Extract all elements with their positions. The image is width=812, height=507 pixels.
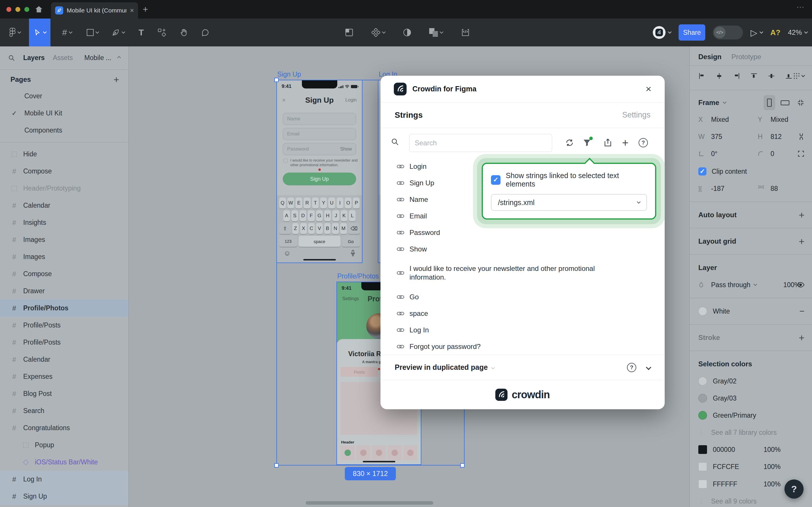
align-left-icon[interactable]	[698, 72, 705, 79]
vertical-gap-value[interactable]: 88	[770, 185, 778, 192]
dialog-close-icon[interactable]	[645, 83, 651, 95]
filter-button[interactable]	[580, 134, 594, 152]
string-row[interactable]: I would like to receive your newsletter …	[381, 257, 665, 289]
shrink-to-fit-icon[interactable]	[797, 99, 805, 106]
linked-strings-checkbox[interactable]	[491, 175, 501, 185]
text-tool-button[interactable]	[134, 18, 149, 46]
selection-color-hex[interactable]: FCFCFE 100%	[698, 460, 806, 474]
home-button[interactable]	[33, 3, 45, 15]
add-string-button[interactable]	[618, 134, 632, 152]
file-menu[interactable]: Mobile ...	[84, 54, 111, 62]
layer-row[interactable]: Insights	[0, 214, 128, 231]
tab-assets[interactable]: Assets	[53, 54, 73, 62]
boolean-groups-button[interactable]	[429, 28, 443, 37]
string-row[interactable]: Log In	[381, 322, 665, 338]
component-view-button[interactable]	[371, 28, 385, 37]
remove-fill-button[interactable]	[799, 306, 805, 316]
strings-file-select[interactable]: /strings.xml	[491, 194, 647, 211]
selection-handle[interactable]	[274, 78, 279, 82]
layer-row[interactable]: Sign Up	[0, 488, 128, 505]
frame-section-title[interactable]: Frame	[698, 99, 719, 107]
layer-row[interactable]: Compose	[0, 265, 128, 282]
tab-close-icon[interactable]	[130, 6, 134, 14]
corner-radius-value[interactable]: 0	[770, 150, 774, 158]
string-row[interactable]: space	[381, 305, 665, 322]
selection-color-hex[interactable]: 000000 100%	[698, 443, 806, 456]
document-tab[interactable]: Mobile UI kit (Community)	[51, 2, 138, 18]
close-window-icon[interactable]	[6, 7, 11, 12]
width-value[interactable]: 375	[711, 133, 722, 141]
resources-button[interactable]	[154, 18, 170, 46]
zoom-menu[interactable]: 42%	[788, 29, 807, 37]
string-row[interactable]: Show	[381, 241, 665, 257]
search-icon[interactable]	[8, 55, 15, 61]
pen-tool-button[interactable]	[108, 18, 128, 46]
mask-icon[interactable]	[403, 29, 411, 36]
string-row[interactable]: Password	[381, 224, 665, 241]
minimize-window-icon[interactable]	[15, 7, 20, 12]
frame-label-profile-photos[interactable]: Profile/Photos	[337, 272, 379, 280]
layer-row[interactable]: Profile/Posts	[0, 317, 128, 334]
present-hint[interactable]: A?	[770, 28, 780, 37]
fill-name[interactable]: White	[713, 307, 730, 315]
preview-help-icon[interactable]	[627, 363, 636, 372]
layer-row[interactable]: Expenses	[0, 368, 128, 385]
help-fab[interactable]: ?	[785, 480, 804, 499]
layer-row[interactable]: Blog Post	[0, 385, 128, 402]
align-bottom-icon[interactable]	[785, 72, 792, 79]
frame-tool-button[interactable]	[57, 18, 77, 46]
add-page-button[interactable]	[113, 74, 119, 85]
constrain-proportions-icon[interactable]	[798, 133, 805, 140]
fill-swatch[interactable]	[698, 307, 707, 316]
align-right-icon[interactable]	[733, 72, 740, 79]
layer-row[interactable]: Drawer	[0, 282, 128, 300]
layer-row[interactable]: Profile/Posts	[0, 334, 128, 351]
tab-prototype[interactable]: Prototype	[732, 53, 761, 61]
collapse-section-icon[interactable]	[646, 364, 651, 370]
sync-button[interactable]	[563, 134, 577, 152]
tab-strings[interactable]: Strings	[395, 111, 422, 120]
string-row[interactable]: Go	[381, 289, 665, 305]
share-button[interactable]: Share	[679, 24, 705, 41]
comment-tool-button[interactable]	[197, 18, 214, 46]
layer-row[interactable]: Header/Prototyping	[0, 180, 128, 197]
string-row[interactable]: Forgot your password?	[381, 338, 665, 355]
selection-color-item[interactable]: Green/Primary	[698, 408, 806, 422]
layer-row[interactable]: Profile/Photos	[0, 300, 128, 317]
layer-row[interactable]: Calendar	[0, 351, 128, 368]
frame-label-sign-up[interactable]: Sign Up	[277, 70, 301, 78]
add-auto-layout-button[interactable]	[799, 210, 805, 221]
move-tool-button[interactable]	[29, 18, 51, 46]
chevron-down-icon[interactable]	[491, 366, 495, 369]
height-value[interactable]: 812	[770, 133, 781, 141]
layer-row[interactable]: Hide	[0, 146, 128, 163]
layer-row[interactable]: iOS/Status Bar/White	[0, 454, 128, 471]
align-v-center-icon[interactable]	[768, 72, 775, 79]
tab-design[interactable]: Design	[698, 53, 721, 61]
page-item-components[interactable]: Components	[0, 122, 128, 139]
align-top-icon[interactable]	[751, 72, 757, 79]
portrait-orientation-button[interactable]	[764, 95, 775, 110]
account-menu[interactable]	[653, 26, 671, 39]
independent-corners-icon[interactable]	[798, 150, 805, 157]
selection-handle[interactable]	[274, 463, 279, 467]
layer-row[interactable]: Images	[0, 248, 128, 265]
page-item-mobile-ui-kit[interactable]: Mobile UI Kit	[0, 105, 128, 122]
dev-mode-toggle[interactable]: </>	[713, 25, 743, 40]
tab-settings[interactable]: Settings	[622, 111, 650, 119]
layer-row[interactable]: Search	[0, 402, 128, 419]
export-button[interactable]	[601, 134, 615, 152]
new-tab-button[interactable]	[143, 4, 148, 15]
selection-color-item[interactable]: Gray/03	[698, 391, 806, 405]
present-button[interactable]	[751, 27, 763, 38]
visibility-eye-icon[interactable]	[797, 282, 805, 288]
search-input[interactable]	[409, 134, 552, 152]
rotation-value[interactable]: 0°	[711, 150, 717, 158]
hand-tool-button[interactable]	[176, 18, 192, 46]
tidy-up-button[interactable]	[793, 72, 805, 79]
landscape-orientation-button[interactable]	[779, 95, 791, 110]
collapse-sidebar-icon[interactable]	[117, 56, 121, 60]
x-value[interactable]: Mixed	[711, 116, 729, 123]
main-menu-button[interactable]	[5, 18, 25, 46]
blend-mode-value[interactable]: Pass through	[711, 281, 751, 289]
